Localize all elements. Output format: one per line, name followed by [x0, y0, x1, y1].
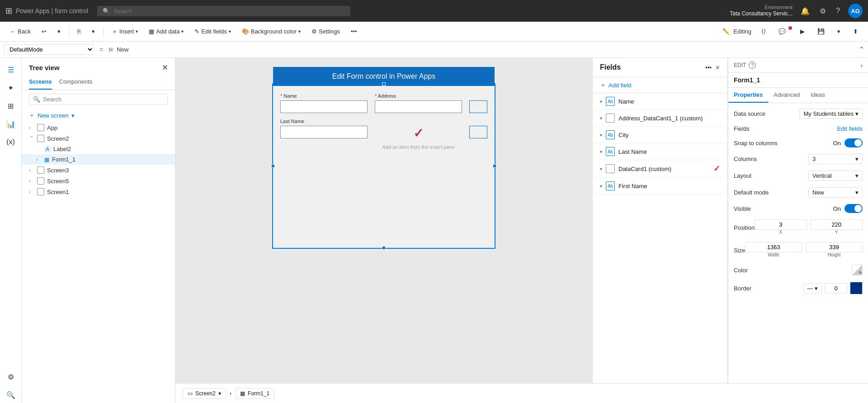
back-button[interactable]: ← Back: [5, 26, 35, 37]
field-expand-city[interactable]: ▾: [600, 133, 602, 137]
field-label-firstname: First Name: [618, 183, 720, 190]
avatar[interactable]: AG: [848, 4, 863, 18]
field-expand-firstname[interactable]: ▾: [600, 184, 602, 189]
field-item-name[interactable]: ▾ Ab Name: [593, 93, 727, 110]
publish-button[interactable]: ⬆: [849, 26, 863, 37]
snap-toggle[interactable]: [844, 138, 863, 147]
gear-icon[interactable]: ⚙: [818, 5, 828, 17]
fields-title: Fields: [600, 63, 621, 71]
field-check-icon: ✓: [713, 164, 720, 174]
name-input[interactable]: [280, 100, 368, 113]
prop-border: Border — ▾: [734, 282, 863, 294]
settings-left-icon[interactable]: ⚙: [3, 369, 19, 385]
screen2-tab-chevron[interactable]: ▾: [218, 390, 221, 397]
fields-close-button[interactable]: ✕: [715, 64, 720, 71]
field-expand-address[interactable]: ▾: [600, 116, 602, 121]
field-item-lastname[interactable]: ▾ Ab Last Name: [593, 143, 727, 160]
fields-more-icon[interactable]: •••: [705, 64, 712, 71]
tree-close-button[interactable]: ✕: [162, 63, 168, 72]
tree-search-box[interactable]: 🔍: [29, 94, 168, 105]
add-data-button[interactable]: ▦ Add data ▾: [144, 26, 188, 37]
edit-fields-button[interactable]: ✎ Edit fields ▾: [190, 26, 235, 37]
tree-item-label2[interactable]: A Label2: [22, 144, 175, 154]
grid-icon[interactable]: ⊞: [5, 6, 12, 16]
copy-dropdown-button[interactable]: ▾: [87, 26, 99, 37]
tab-ideas[interactable]: Ideas: [805, 88, 830, 103]
border-style-selector[interactable]: — ▾: [803, 283, 822, 294]
settings-button[interactable]: ⚙ Settings: [307, 26, 344, 37]
fx-icon[interactable]: fx: [108, 46, 113, 53]
tree-item-screen2[interactable]: › Screen2: [22, 133, 175, 144]
notifications-icon[interactable]: 🔔: [799, 5, 811, 17]
tree-search-input[interactable]: [43, 96, 164, 103]
insert-button[interactable]: ＋ Insert ▾: [107, 26, 143, 38]
help-icon[interactable]: ?: [834, 5, 842, 17]
undo-dropdown-button[interactable]: ▾: [53, 26, 65, 37]
last-name-input[interactable]: [280, 126, 368, 138]
default-mode-dropdown[interactable]: New ▾: [808, 187, 863, 198]
field-item-firstname[interactable]: ▾ Ab First Name: [593, 178, 727, 194]
border-color-swatch[interactable]: [850, 282, 863, 294]
top-search-box[interactable]: 🔍: [97, 6, 350, 16]
more-button[interactable]: •••: [346, 26, 362, 37]
size-width-input[interactable]: [745, 242, 802, 252]
tab-properties[interactable]: Properties: [728, 88, 768, 103]
address-input[interactable]: [375, 100, 462, 113]
layout-dropdown[interactable]: Vertical ▾: [808, 171, 863, 181]
data-source-dropdown[interactable]: My Students tables ▾: [799, 109, 863, 119]
tab-screens[interactable]: Screens: [29, 76, 52, 90]
add-field-button[interactable]: ＋ Add field: [593, 77, 727, 93]
property-selector[interactable]: DefaultMode: [4, 44, 94, 55]
prop-default-mode: Default mode New ▾: [734, 187, 863, 198]
formula-value[interactable]: New: [117, 46, 855, 53]
share-button[interactable]: ⟨⟩: [757, 26, 770, 37]
copy-button[interactable]: ⎘: [73, 26, 85, 37]
field-expand-name[interactable]: ▾: [600, 99, 602, 104]
undo-button[interactable]: ↩: [37, 26, 51, 37]
border-width-input[interactable]: [825, 283, 847, 294]
columns-dropdown[interactable]: 3 ▾: [808, 154, 863, 164]
edit-fields-link[interactable]: Edit fields: [837, 125, 863, 132]
position-y-input[interactable]: [811, 219, 863, 230]
field-item-datacard[interactable]: ▾ DataCard1 (custom) ✓: [593, 160, 727, 178]
field-item-address[interactable]: ▾ Address_DataCard1_1 (custom): [593, 110, 727, 127]
chart-icon[interactable]: 📊: [3, 116, 19, 132]
tab-components[interactable]: Components: [59, 76, 93, 90]
formula-expand-icon[interactable]: ⌃: [859, 45, 864, 54]
size-height-input[interactable]: [806, 242, 863, 252]
search-left-icon[interactable]: 🔍: [3, 387, 19, 403]
equals-sign: =: [98, 46, 105, 53]
save-dropdown-button[interactable]: ▾: [833, 26, 845, 37]
background-color-button[interactable]: 🎨 Background color ▾: [237, 26, 305, 37]
color-swatch[interactable]: ✎: [852, 265, 863, 275]
visible-toggle[interactable]: [844, 204, 863, 213]
form1-tab[interactable]: ▦ Form1_1: [235, 388, 274, 399]
tree-item-screen3[interactable]: › Screen3: [22, 165, 175, 175]
field-expand-lastname[interactable]: ▾: [600, 149, 602, 154]
size-inputs: Width Height: [745, 242, 863, 258]
tree-item-screen5[interactable]: › Screen5: [22, 175, 175, 186]
field-label-name: Name: [618, 98, 720, 105]
tab-advanced[interactable]: Advanced: [768, 88, 805, 103]
new-screen-button[interactable]: ＋ New screen ▾: [22, 109, 175, 122]
play-button[interactable]: ▶: [796, 26, 809, 37]
props-help-icon[interactable]: ?: [749, 62, 756, 69]
insert-icon[interactable]: ✦: [3, 80, 19, 96]
data-icon[interactable]: ⊞: [3, 98, 19, 114]
tree-item-screen1[interactable]: › Screen1: [22, 186, 175, 197]
field-expand-datacard[interactable]: ▾: [600, 166, 602, 171]
save-button[interactable]: 💾: [813, 26, 829, 37]
treeview-icon[interactable]: ☰: [3, 62, 19, 78]
prop-snap: Snap to columns On: [734, 138, 863, 147]
top-search-input[interactable]: [113, 8, 345, 14]
tree-item-form1-1[interactable]: › ▦ Form1_1 •••: [22, 154, 175, 165]
field-item-city[interactable]: ▾ Ab City: [593, 127, 727, 143]
visible-label: Visible: [734, 205, 751, 212]
props-expand-icon[interactable]: ›: [861, 62, 863, 69]
variable-icon[interactable]: (x): [3, 134, 19, 150]
tree-item-app[interactable]: › App: [22, 122, 175, 133]
position-x-input[interactable]: [755, 219, 807, 230]
comment-button[interactable]: 💬: [774, 26, 792, 37]
search-icon: 🔍: [103, 8, 110, 14]
screen2-tab[interactable]: ▭ Screen2 ▾: [183, 388, 226, 399]
